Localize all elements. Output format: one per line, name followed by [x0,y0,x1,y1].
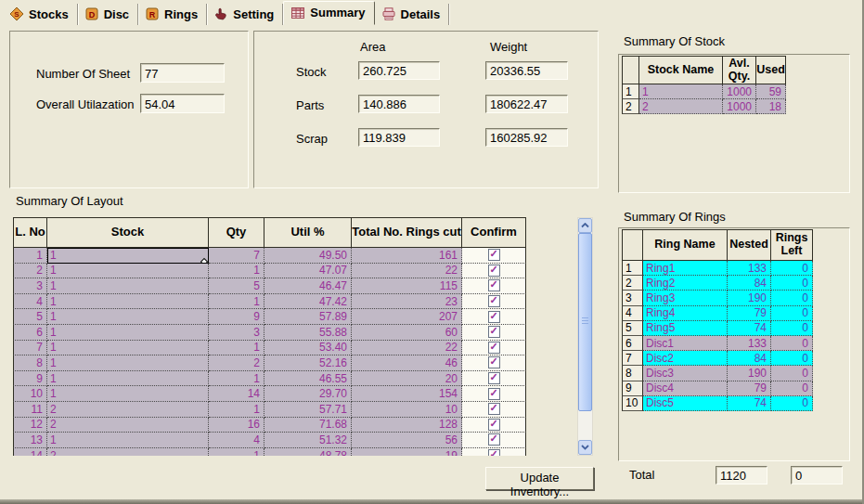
qty-cell[interactable]: 7 [209,248,264,264]
rings-cut-cell[interactable]: 56 [352,433,462,448]
row-number-cell[interactable]: 6 [622,336,643,351]
layout-no-cell[interactable]: 12 [13,418,47,433]
qty-cell[interactable]: 1 [209,448,264,456]
util-cell[interactable]: 29.70 [264,386,352,402]
stock-cell[interactable]: 1 [47,433,209,448]
tab-stocks[interactable]: S Stocks [3,4,78,25]
rings-cut-cell[interactable]: 10 [352,402,462,418]
layout-no-cell[interactable]: 4 [13,294,47,310]
qty-cell[interactable]: 16 [209,418,264,433]
stock-cell[interactable]: 1 [47,371,209,387]
ring-name-cell[interactable]: Disc3 [643,366,728,381]
stock-cell[interactable]: 1 [47,294,209,310]
layout-no-cell[interactable]: 10 [13,386,47,402]
ring-name-cell[interactable]: Disc2 [643,351,728,366]
rings-cut-cell[interactable]: 22 [352,341,462,356]
rings-left-cell[interactable]: 0 [771,366,813,381]
total-nested-field[interactable] [716,466,767,485]
ring-name-cell[interactable]: Disc5 [643,396,728,411]
row-number-cell[interactable]: 2 [622,276,643,291]
stock-area-field[interactable] [358,61,440,80]
rings-cut-cell[interactable]: 128 [352,418,462,433]
ring-name-cell[interactable]: Ring5 [643,321,728,336]
stock-cell[interactable]: 2 [47,402,209,418]
used-cell[interactable]: 18 [756,99,786,114]
confirm-checkbox[interactable] [488,388,500,400]
confirm-checkbox[interactable] [488,419,500,431]
confirm-checkbox[interactable] [488,449,500,456]
rings-cut-cell[interactable]: 46 [352,355,462,371]
row-number-cell[interactable]: 10 [622,396,643,411]
stock-cell[interactable]: 1 [47,355,209,371]
rings-cut-cell[interactable]: 19 [352,448,462,456]
nested-cell[interactable]: 79 [728,381,771,396]
qty-cell[interactable]: 4 [209,433,264,448]
row-number-cell[interactable]: 2 [622,99,639,114]
rings-left-cell[interactable]: 0 [771,396,813,411]
rings-left-cell[interactable]: 0 [771,306,813,321]
qty-cell[interactable]: 1 [209,402,264,418]
confirm-checkbox[interactable] [488,403,500,415]
rings-cut-cell[interactable]: 23 [352,294,462,310]
confirm-checkbox[interactable] [488,279,500,291]
rings-left-cell[interactable]: 0 [771,291,813,305]
rings-left-cell[interactable]: 0 [771,336,813,351]
stock-name-cell[interactable]: 2 [639,99,723,114]
qty-cell[interactable]: 14 [209,386,264,402]
stock-cell[interactable]: 1 [47,325,209,341]
layout-no-cell[interactable]: 2 [13,264,47,279]
ring-name-cell[interactable]: Ring3 [643,291,728,305]
update-inventory-button[interactable]: Update Inventory... [485,467,594,490]
stock-cell[interactable]: 1 [47,248,209,264]
tab-summary[interactable]: Summary [283,1,374,25]
confirm-checkbox[interactable] [488,342,500,354]
rings-cut-cell[interactable]: 22 [352,264,462,279]
nested-cell[interactable]: 190 [728,366,771,381]
qty-cell[interactable]: 5 [209,278,264,294]
util-cell[interactable]: 51.32 [264,433,352,448]
rings-cut-cell[interactable]: 207 [352,309,462,325]
avl-qty-cell[interactable]: 1000 [723,99,756,114]
qty-cell[interactable]: 1 [209,294,264,310]
util-cell[interactable]: 47.42 [264,294,352,310]
rings-cut-cell[interactable]: 154 [352,386,462,402]
rings-cut-cell[interactable]: 115 [352,278,462,294]
tab-setting[interactable]: Setting [207,4,283,25]
stock-cell[interactable]: 1 [47,386,209,402]
confirm-checkbox[interactable] [488,295,500,307]
qty-cell[interactable]: 1 [209,264,264,279]
scrap-area-field[interactable] [358,128,440,147]
ring-name-cell[interactable]: Disc4 [643,381,728,396]
row-number-cell[interactable]: 3 [622,291,643,305]
layout-no-cell[interactable]: 9 [13,371,47,387]
tab-rings[interactable]: R Rings [138,4,207,25]
ring-name-cell[interactable]: Ring2 [643,276,728,291]
nested-cell[interactable]: 79 [728,306,771,321]
nested-cell[interactable]: 84 [728,351,771,366]
layout-no-cell[interactable]: 1 [13,248,47,264]
layout-no-cell[interactable]: 7 [13,341,47,356]
layout-no-cell[interactable]: 3 [13,278,47,294]
util-cell[interactable]: 46.47 [264,278,352,294]
stock-cell[interactable]: 1 [47,309,209,325]
util-cell[interactable]: 52.16 [264,355,352,371]
rings-cut-cell[interactable]: 161 [352,248,462,264]
stock-cell[interactable]: 1 [47,278,209,294]
stock-cell[interactable]: 1 [47,264,209,279]
total-left-field[interactable] [791,466,843,485]
ring-name-cell[interactable]: Disc1 [643,336,728,351]
parts-area-field[interactable] [358,95,440,113]
layout-table-scrollbar[interactable] [577,217,593,456]
confirm-checkbox[interactable] [488,356,500,368]
number-of-sheet-field[interactable] [140,63,225,83]
avl-qty-cell[interactable]: 1000 [723,84,756,99]
tab-details[interactable]: Details [375,4,450,25]
confirm-checkbox[interactable] [488,265,500,277]
tab-disc[interactable]: D Disc [78,4,138,25]
rings-cut-cell[interactable]: 60 [352,325,462,341]
row-number-cell[interactable]: 1 [622,84,639,99]
rings-cut-cell[interactable]: 20 [352,371,462,387]
util-cell[interactable]: 71.68 [264,418,352,433]
layout-no-cell[interactable]: 13 [13,433,47,448]
confirm-checkbox[interactable] [488,372,500,384]
